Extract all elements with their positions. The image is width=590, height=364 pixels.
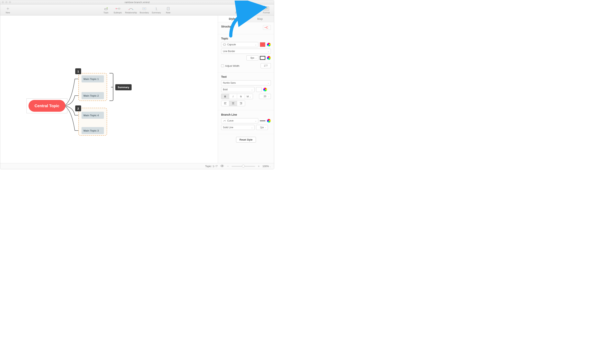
- svg-rect-0: [105, 8, 107, 10]
- topic-node[interactable]: Main Topic 2: [81, 92, 104, 99]
- svg-rect-12: [223, 44, 226, 45]
- branch-color-swatch[interactable]: [260, 121, 265, 121]
- summary-button[interactable]: Summary: [152, 6, 161, 14]
- curve-icon: [223, 120, 226, 122]
- topic-shape-select[interactable]: Capsule ⌄: [221, 42, 258, 47]
- topic-icon: +: [104, 6, 108, 11]
- border-width-select[interactable]: 0px⌄: [247, 55, 258, 60]
- topic-border-select[interactable]: Line Border ⌄: [221, 49, 271, 54]
- adjust-width-checkbox[interactable]: Adjust Width: [221, 64, 239, 67]
- font-size-select[interactable]: 20⌄: [259, 94, 271, 99]
- new-button[interactable]: New: [3, 6, 12, 14]
- subtopic-icon: +: [115, 6, 121, 11]
- topic-count: Topic: 1 / 7: [205, 165, 218, 168]
- canvas[interactable]: Central Topic 1 2 Main Topic 1 Main Topi…: [0, 15, 218, 163]
- boundary-button[interactable]: Boundary: [140, 6, 149, 14]
- color-picker-icon[interactable]: [263, 88, 267, 91]
- badge-1[interactable]: 1: [75, 68, 81, 74]
- statusbar: Topic: 1 / 7 − + 100% ⌄: [0, 163, 274, 169]
- share-button[interactable]: Share: [247, 6, 256, 14]
- format-icon: [263, 6, 269, 11]
- central-topic[interactable]: Central Topic: [26, 98, 67, 113]
- summary-node[interactable]: Summary: [115, 84, 131, 90]
- chevron-down-icon: ⌄: [265, 126, 267, 128]
- svg-text:+: +: [119, 8, 120, 9]
- italic-button[interactable]: I: [229, 94, 237, 99]
- boundary-icon: [142, 6, 146, 11]
- bold-button[interactable]: B: [221, 94, 229, 99]
- chevron-down-icon: ⌄: [251, 89, 253, 91]
- color-picker-icon[interactable]: [267, 43, 271, 46]
- text-label: Text: [221, 75, 271, 78]
- chevron-down-icon: ⌄: [268, 95, 269, 98]
- titlebar: rainbow branch.xmind: [0, 0, 274, 5]
- align-right-button[interactable]: [237, 101, 245, 106]
- zoom-level[interactable]: 100% ⌄: [262, 165, 271, 168]
- relationship-button[interactable]: Relationship: [125, 6, 137, 14]
- chevron-down-icon: ⌄: [268, 82, 269, 84]
- branch-curve-select[interactable]: Curve ⌄: [221, 118, 258, 123]
- central-topic-label: Central Topic: [28, 100, 66, 112]
- section-text: Text Nunito Sans ⌄ Bold ⌄: [218, 72, 274, 110]
- more-button[interactable]: M ⌄: [245, 94, 253, 99]
- section-structure: Structure: [218, 22, 274, 34]
- plus-icon: [6, 6, 10, 11]
- strike-button[interactable]: S: [237, 94, 245, 99]
- chevron-down-icon: ⌄: [268, 50, 269, 52]
- svg-rect-9: [143, 8, 145, 9]
- reset-style-button[interactable]: Reset Style: [236, 137, 256, 143]
- svg-point-6: [129, 9, 129, 10]
- topic-button[interactable]: + Topic: [102, 6, 111, 14]
- zoom-slider[interactable]: [232, 166, 255, 167]
- subtopic-button[interactable]: + Subtopic: [113, 6, 122, 14]
- checkbox-icon: [221, 64, 224, 67]
- text-color-swatch[interactable]: [256, 87, 262, 92]
- svg-text:+: +: [107, 7, 108, 9]
- section-topic: Topic Capsule ⌄ Line Border ⌄: [218, 34, 274, 72]
- tab-style[interactable]: Style: [218, 15, 246, 22]
- section-branch: Branch Line Curve ⌄ Solid Line ⌄: [218, 110, 274, 134]
- svg-point-14: [222, 165, 223, 167]
- format-button[interactable]: Format: [262, 6, 271, 14]
- chevron-down-icon: ⌄: [251, 126, 253, 129]
- toolbar: New + Topic + Subtopic Relationship Boun…: [0, 5, 274, 15]
- window-title: rainbow branch.xmind: [0, 1, 274, 4]
- chevron-down-icon: ⌄: [255, 57, 257, 59]
- chevron-down-icon: ⌄: [255, 120, 256, 122]
- eye-icon[interactable]: [220, 164, 224, 168]
- topic-node[interactable]: Main Topic 1: [81, 75, 104, 83]
- branch-style-select[interactable]: Solid Line ⌄: [221, 125, 255, 130]
- color-picker-icon[interactable]: [267, 119, 271, 123]
- topic-fill-swatch[interactable]: [260, 42, 265, 47]
- structure-selector[interactable]: [263, 25, 271, 30]
- note-icon: [166, 6, 170, 11]
- align-center-button[interactable]: [229, 101, 237, 106]
- font-select[interactable]: Nunito Sans ⌄: [221, 80, 271, 85]
- topic-label: Topic: [221, 37, 271, 40]
- topic-node[interactable]: Main Topic 4: [81, 112, 104, 119]
- zoom-in-button[interactable]: +: [258, 164, 260, 168]
- svg-point-3: [116, 8, 117, 9]
- zoom-out-button[interactable]: −: [227, 164, 229, 168]
- summary-icon: [154, 6, 158, 11]
- font-weight-select[interactable]: Bold ⌄: [221, 87, 255, 92]
- app-window: rainbow branch.xmind New + Topic + Subto…: [0, 0, 274, 169]
- chevron-down-icon: ⌄: [255, 44, 256, 46]
- align-left-button[interactable]: [221, 101, 229, 106]
- slider-thumb[interactable]: [242, 165, 245, 168]
- format-sidebar: Style Map Structure Topic Capsule: [218, 15, 274, 163]
- border-color-swatch[interactable]: [260, 56, 265, 60]
- note-button[interactable]: Note: [164, 6, 173, 14]
- capsule-icon: [223, 44, 226, 46]
- zen-button[interactable]: ZEN: [233, 6, 242, 14]
- topic-node[interactable]: Main Topic 3: [81, 127, 104, 134]
- branch-width-select[interactable]: 2px⌄: [256, 125, 268, 130]
- tab-map[interactable]: Map: [246, 15, 274, 22]
- color-picker-icon[interactable]: [267, 56, 271, 60]
- font-style-group: B I S M ⌄: [221, 94, 253, 99]
- svg-point-11: [265, 27, 265, 28]
- adjust-width-input[interactable]: [261, 63, 271, 68]
- badge-2[interactable]: 2: [75, 105, 81, 111]
- relationship-icon: [128, 6, 134, 11]
- fullscreen-icon: [236, 6, 239, 11]
